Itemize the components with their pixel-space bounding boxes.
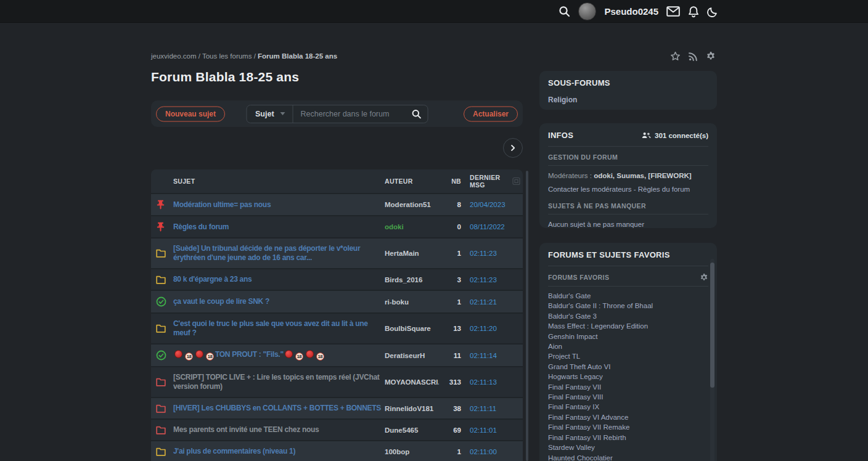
sous-forums-list: Religion	[548, 88, 708, 105]
topic-last-message-link[interactable]: 02:11:20	[461, 325, 518, 332]
rss-feed-icon[interactable]	[689, 52, 698, 61]
topic-title-link[interactable]: 80 k d'épargne à 23 ans	[173, 275, 385, 284]
topic-title-link[interactable]: 1818TON PROUT : "Fils."1818	[173, 350, 385, 361]
topic-author[interactable]: ri-boku	[385, 298, 439, 306]
dark-mode-moon-icon[interactable]	[707, 6, 718, 17]
topic-last-message-link[interactable]: 02:11:01	[461, 426, 518, 434]
favorite-forum-link[interactable]: Genshin Impact	[548, 332, 708, 341]
topic-title-link[interactable]: Mes parents ont invité une TEEN chez nou…	[173, 425, 385, 434]
topic-author[interactable]: MOYAONASCRI...	[385, 378, 439, 386]
favorite-forum-link[interactable]: Hogwarts Legacy	[548, 372, 708, 381]
topic-author[interactable]: HertaMain	[385, 250, 439, 257]
search-scope-value: Sujet	[255, 110, 274, 118]
moderators-label: Modérateurs :	[548, 172, 594, 179]
topic-title-link[interactable]: C'est quoi le truc le plus sale que vous…	[173, 319, 385, 338]
search-submit-icon[interactable]	[411, 109, 421, 119]
moderators-names[interactable]: odoki, Suumas, [FIREWORK]	[594, 172, 691, 179]
favorite-forum-link[interactable]: Final Fantasy VII Remake	[548, 422, 708, 432]
favorite-forum-link[interactable]: Grand Theft Auto VI	[548, 362, 708, 372]
favorite-forum-link[interactable]: Final Fantasy VI Advance	[548, 412, 708, 422]
topic-message-count: 13	[439, 325, 461, 332]
topic-author[interactable]: RinnelidoV181	[385, 405, 439, 412]
favorite-forum-link[interactable]: Mass Effect : Legendary Edition	[548, 321, 708, 331]
favoris-scrollbar-thumb[interactable]	[710, 263, 714, 388]
table-row: Règles du forumodoki008/11/2022	[151, 215, 523, 237]
favorite-forum-link[interactable]: Final Fantasy VII Rebirth	[548, 433, 708, 443]
topic-author[interactable]: Moderation51	[385, 201, 439, 208]
sous-forums-title: SOUS-FORUMS	[548, 78, 708, 88]
badge-18-emoji: 18	[316, 353, 324, 361]
favorite-forum-link[interactable]: Stardew Valley	[548, 443, 708, 452]
favorite-forum-link[interactable]: Final Fantasy VIII	[548, 392, 708, 402]
topic-author[interactable]: odoki	[385, 223, 439, 230]
topic-title-link[interactable]: ça vaut le coup de lire SNK ?	[173, 297, 385, 306]
topic-author[interactable]: DeratiseurH	[385, 352, 439, 359]
favorite-forum-link[interactable]: Project TL	[548, 351, 708, 361]
topic-author[interactable]: BoulbiSquare	[385, 325, 439, 332]
infos-card: INFOS 301 connecté(s) GESTION DU FORUM M…	[539, 123, 717, 228]
topic-author[interactable]: Birds_2016	[385, 276, 439, 284]
new-topic-button[interactable]: Nouveau sujet	[156, 106, 225, 121]
no-must-read-text: Aucun sujet à ne pas manquer	[548, 221, 708, 228]
settings-gear-icon[interactable]	[706, 51, 716, 61]
refresh-button[interactable]: Actualiser	[464, 106, 518, 121]
avatar[interactable]	[578, 2, 596, 20]
favoris-gear-icon[interactable]	[700, 273, 708, 282]
favorite-forum-link[interactable]: Final Fantasy VII	[548, 382, 708, 392]
forum-search-input[interactable]	[293, 110, 427, 118]
table-row: Modération ultime= pas nousModeration518…	[151, 194, 523, 215]
breadcrumb-section-link[interactable]: Tous les forums	[202, 52, 252, 60]
topic-title-link[interactable]: Règles du forum	[173, 222, 385, 232]
topic-message-count: 1	[439, 250, 461, 257]
column-header-sujet: SUJET	[173, 177, 385, 185]
search-icon[interactable]	[559, 6, 570, 17]
breadcrumb-site-link[interactable]: jeuxvideo.com	[151, 52, 197, 60]
topic-last-message-link[interactable]: 02:11:23	[461, 250, 518, 257]
sujets-heading: SUJETS À NE PAS MANQUER	[548, 202, 708, 210]
topic-title-link[interactable]: [SCRIPT] TOPIC LIVE + : Lire les topics …	[173, 373, 385, 391]
sub-forum-link[interactable]: Religion	[548, 96, 577, 104]
favorite-forum-link[interactable]: Haunted Chocolatier	[548, 453, 708, 461]
topic-title-link[interactable]: [Suède] Un tribunal décide de ne pas dép…	[173, 244, 385, 263]
search-scope-select[interactable]: Sujet	[247, 105, 293, 123]
favorite-forum-link[interactable]: Aion	[548, 341, 708, 351]
red-circle-emoji	[195, 350, 203, 358]
topic-last-message-link[interactable]: 08/11/2022	[461, 223, 518, 230]
badge-18-emoji: 18	[295, 353, 303, 361]
topic-title-link[interactable]: J'ai plus de commentaires (niveau 1)	[173, 447, 385, 456]
link-separator: -	[632, 186, 638, 193]
username[interactable]: Pseudo0245	[604, 6, 658, 17]
moderation-link[interactable]: Règles du forum	[638, 186, 690, 193]
favorite-forum-link[interactable]: Baldur's Gate II : Throne of Bhaal	[548, 301, 708, 311]
moderation-link[interactable]: Contacter les modérateurs	[548, 186, 632, 193]
topic-last-message-link[interactable]: 02:11:11	[461, 405, 518, 412]
topic-author[interactable]: 100bop	[385, 448, 439, 455]
topic-title-link[interactable]: Modération ultime= pas nous	[173, 200, 385, 210]
topic-last-message-link[interactable]: 20/04/2023	[461, 201, 518, 208]
topic-author[interactable]: Dune5465	[385, 426, 439, 434]
topic-message-count: 38	[439, 405, 461, 412]
mail-icon[interactable]	[666, 6, 680, 17]
gestion-heading: GESTION DU FORUM	[548, 153, 708, 161]
favorite-forum-link[interactable]: Baldur's Gate	[548, 291, 708, 301]
badge-18-emoji: 18	[206, 353, 214, 361]
notifications-bell-icon[interactable]	[688, 6, 699, 18]
display-options-icon[interactable]	[512, 177, 520, 186]
favorite-forum-link[interactable]: Final Fantasy IX	[548, 402, 708, 412]
folder-icon	[156, 249, 173, 258]
topic-title-link[interactable]: [HIVER] Les CHUBBYS en COLLANTS + BOTTES…	[173, 404, 385, 413]
topic-last-message-link[interactable]: 02:11:13	[461, 378, 518, 386]
folder-hot-icon	[156, 426, 173, 434]
favorite-forum-link[interactable]: Baldur's Gate 3	[548, 311, 708, 321]
topic-last-message-link[interactable]: 02:11:21	[461, 298, 518, 306]
table-row: 80 k d'épargne à 23 ansBirds_2016302:11:…	[151, 268, 523, 290]
next-page-button[interactable]	[503, 138, 523, 158]
chevron-down-icon	[280, 112, 285, 115]
topic-list-scrollbar[interactable]	[526, 171, 528, 461]
breadcrumb-separator: /	[252, 52, 258, 60]
breadcrumb: jeuxvideo.com / Tous les forums / Forum …	[151, 52, 337, 60]
topic-last-message-link[interactable]: 02:11:23	[461, 276, 518, 284]
topic-last-message-link[interactable]: 02:11:14	[461, 352, 518, 359]
favorite-star-icon[interactable]	[670, 51, 681, 61]
topic-last-message-link[interactable]: 02:11:00	[461, 448, 518, 455]
